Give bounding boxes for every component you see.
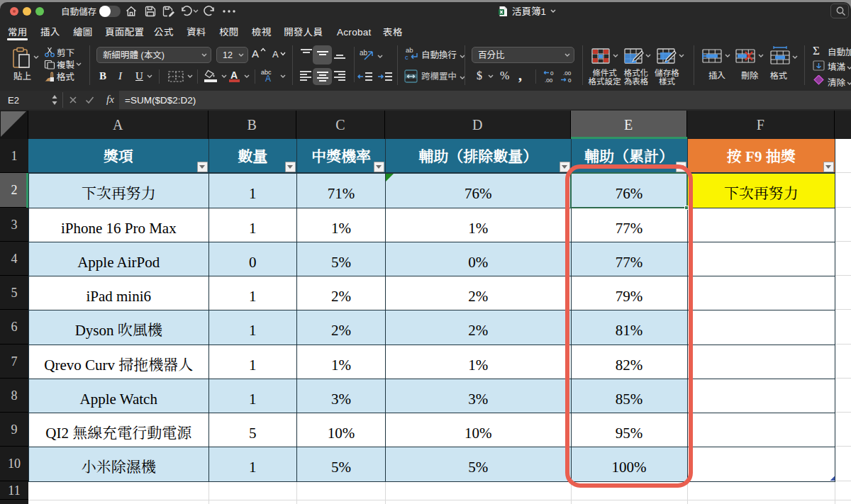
svg-text:0: 0 — [550, 70, 554, 77]
svg-text:.00: .00 — [563, 70, 572, 77]
svg-text:.00: .00 — [545, 77, 553, 84]
svg-text:0: 0 — [568, 77, 572, 84]
